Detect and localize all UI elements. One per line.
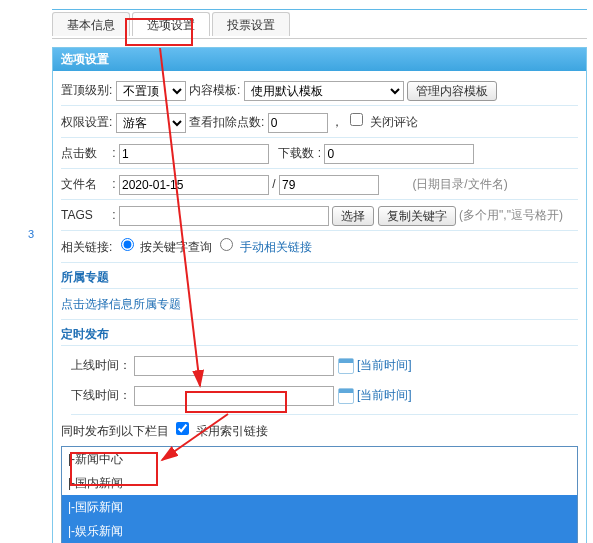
list-item[interactable]: |-国际新闻 — [62, 495, 577, 519]
copy-keywords-button[interactable]: 复制关键字 — [378, 206, 456, 226]
filename-label: 文件名 — [61, 173, 109, 195]
offline-now-link[interactable]: [当前时间] — [357, 388, 412, 402]
filename-no-input[interactable] — [279, 175, 379, 195]
manage-template-button[interactable]: 管理内容模板 — [407, 81, 497, 101]
download-input[interactable] — [324, 144, 474, 164]
view-deduct-input[interactable] — [268, 113, 328, 133]
pin-level-label: 置顶级别: — [61, 79, 112, 101]
list-item[interactable]: |-娱乐新闻 — [62, 519, 577, 543]
tags-input[interactable] — [119, 206, 329, 226]
perm-label: 权限设置: — [61, 111, 112, 133]
online-now-link[interactable]: [当前时间] — [357, 358, 412, 372]
related-bykey-label: 按关键字查询 — [140, 240, 212, 254]
tags-label: TAGS — [61, 204, 109, 226]
topic-section: 所属专题 — [61, 263, 578, 289]
options-panel: 选项设置 置顶级别: 不置顶 内容模板: 使用默认模板 管理内容模板 权限设置:… — [52, 47, 587, 543]
offline-time-label: 下线时间： — [71, 384, 131, 406]
calendar-icon[interactable] — [338, 388, 354, 404]
online-time-input[interactable] — [134, 356, 334, 376]
list-item[interactable]: |-国内新闻 — [62, 471, 577, 495]
list-item[interactable]: |-新闻中心 — [62, 447, 577, 471]
template-label: 内容模板: — [189, 79, 240, 101]
sync-publish-label: 同时发布到以下栏目 — [61, 420, 169, 442]
download-label: 下载数 — [278, 142, 314, 164]
offline-time-input[interactable] — [134, 386, 334, 406]
template-select[interactable]: 使用默认模板 — [244, 81, 404, 101]
line-number: 3 — [28, 228, 34, 240]
related-manual-radio[interactable] — [220, 238, 233, 251]
select-tags-button[interactable]: 选择 — [332, 206, 374, 226]
hits-input[interactable] — [119, 144, 269, 164]
tab-vote[interactable]: 投票设置 — [212, 12, 290, 36]
tags-hint: (多个用","逗号格开) — [459, 208, 563, 222]
schedule-section: 定时发布 — [61, 320, 578, 346]
tabs: 基本信息 选项设置 投票设置 — [52, 12, 593, 38]
pin-level-select[interactable]: 不置顶 — [116, 81, 186, 101]
column-listbox[interactable]: |-新闻中心 |-国内新闻 |-国际新闻 |-娱乐新闻 |-体育新闻|-下载中心… — [61, 446, 578, 543]
tab-basic[interactable]: 基本信息 — [52, 12, 130, 36]
calendar-icon[interactable] — [338, 358, 354, 374]
hits-label: 点击数 — [61, 142, 109, 164]
related-manual-link[interactable]: 手动相关链接 — [240, 240, 312, 254]
view-deduct-label: 查看扣除点数: — [189, 111, 264, 133]
filename-date-input[interactable] — [119, 175, 269, 195]
choose-topic-link[interactable]: 点击选择信息所属专题 — [61, 297, 181, 311]
online-time-label: 上线时间： — [71, 354, 131, 376]
close-comment-checkbox[interactable] — [350, 113, 363, 126]
perm-select[interactable]: 游客 — [116, 113, 186, 133]
use-index-link-label: 采用索引链接 — [196, 424, 268, 438]
panel-title: 选项设置 — [53, 48, 586, 71]
use-index-link-checkbox[interactable] — [176, 422, 189, 435]
close-comment-label: 关闭评论 — [370, 115, 418, 129]
related-label: 相关链接: — [61, 236, 112, 258]
filename-hint: (日期目录/文件名) — [412, 177, 507, 191]
tab-options[interactable]: 选项设置 — [132, 12, 210, 36]
related-bykey-radio[interactable] — [121, 238, 134, 251]
